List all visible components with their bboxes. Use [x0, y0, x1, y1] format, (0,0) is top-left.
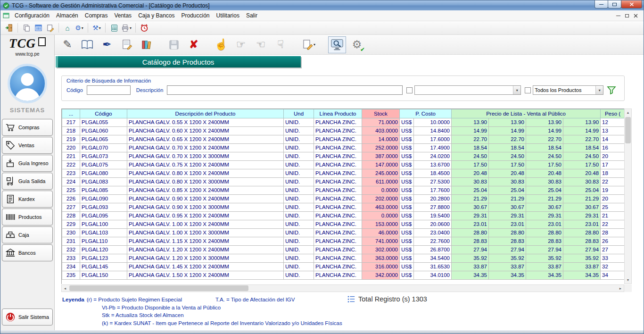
menu-item-utilitarios[interactable]: Utilitarios — [213, 11, 243, 20]
nav-prev-button[interactable]: ☜ — [252, 36, 270, 53]
exit-app-button[interactable] — [3, 22, 15, 33]
table-row[interactable]: 225PLGAL085PLANCHA GALV. 0.85 X 1200 X 2… — [62, 186, 625, 195]
horizontal-scrollbar[interactable]: ◄ ► — [61, 284, 624, 292]
scroll-left-button[interactable]: ◄ — [62, 285, 68, 292]
sidebar-item-guia-salida[interactable]: Guía Salida — [2, 173, 53, 190]
cell-stock: 14.0000 — [362, 135, 400, 144]
cell-peso: 17 — [601, 161, 624, 169]
home-button[interactable]: ⌂ — [62, 22, 73, 33]
header-descripcion[interactable]: Descripción del Producto — [127, 109, 284, 118]
header-linea[interactable]: Línea Producto — [314, 109, 362, 118]
sidebar-item-ventas[interactable]: Ventas — [2, 137, 53, 154]
table-row[interactable]: 227PLGAL093PLANCHA GALV. 0.90 X 1200 X 3… — [62, 203, 625, 212]
menu-item-configuracion[interactable]: Configuración — [11, 11, 53, 20]
copy-window-button[interactable] — [21, 22, 32, 33]
header-costo[interactable]: P. Costo — [400, 109, 452, 118]
nav-next-button[interactable]: ☞ — [232, 36, 250, 53]
sidebar-item-caja[interactable]: Caja — [2, 226, 53, 243]
products-filter-combo[interactable]: Todos los Productos ▾ — [533, 85, 603, 95]
sign-document-button[interactable]: ✒ — [98, 36, 116, 53]
catalog-books-button[interactable] — [138, 36, 156, 53]
vertical-scrollbar[interactable]: ▲ ▼ — [624, 109, 632, 284]
preview-button[interactable] — [328, 36, 346, 53]
nav-last-button[interactable]: ☟ — [272, 36, 289, 53]
close-button[interactable] — [621, 0, 642, 8]
menu-item-almacen[interactable]: Almacén — [53, 11, 82, 20]
export-button[interactable]: ▾ — [300, 36, 318, 53]
sidebar-item-compras[interactable]: Compras — [2, 119, 53, 136]
scroll-right-button[interactable]: ► — [617, 285, 624, 292]
table-row[interactable]: 226PLGAL090PLANCHA GALV. 0.90 X 1200 X 2… — [62, 195, 625, 203]
table-row[interactable]: 228PLGAL095PLANCHA GALV. 0.95 X 1200 X 2… — [62, 212, 625, 220]
nav-first-button[interactable]: ☝ — [212, 36, 230, 53]
save-button[interactable] — [165, 36, 183, 53]
menu-item-compras[interactable]: Compras — [82, 11, 111, 20]
sidebar-item-productos[interactable]: Productos — [2, 209, 53, 225]
scroll-down-button[interactable]: ▼ — [625, 276, 631, 284]
tools-button[interactable]: ⚒▾ — [91, 22, 102, 33]
descripcion-input[interactable] — [167, 85, 403, 95]
delete-button[interactable]: ✘ — [185, 36, 203, 53]
table-row[interactable]: 222PLGAL075PLANCHA GALV. 0.75 X 1200 X 2… — [62, 161, 625, 169]
sidebar-item-guia-ingreso[interactable]: Guía Ingreso — [2, 155, 53, 172]
menu-item-ventas[interactable]: Ventas — [111, 11, 135, 20]
header-precio-lista[interactable]: Precio de Lista - Venta al Público — [452, 109, 601, 118]
header-stock[interactable]: Stock — [362, 109, 400, 118]
print-button[interactable]: ▾ — [120, 22, 132, 33]
header-rownum[interactable]: ... — [62, 109, 80, 118]
vertical-scroll-thumb[interactable] — [625, 117, 631, 143]
chevron-down-icon[interactable]: ▾ — [513, 86, 520, 94]
cell-precio-1: 17.50 — [452, 161, 489, 169]
table-row[interactable]: 231PLGAL110PLANCHA GALV. 1.15 X 1200 X 2… — [62, 237, 625, 246]
settings-button[interactable]: ⚙▾ — [74, 22, 85, 33]
filter-funnel-icon[interactable] — [607, 85, 616, 95]
process-button[interactable]: ⚙ ✔ — [348, 36, 366, 53]
menu-item-caja-y-bancos[interactable]: Caja y Bancos — [135, 11, 178, 20]
header-codigo[interactable]: Código — [80, 109, 127, 118]
menu-item-produccion[interactable]: Producción — [178, 11, 213, 20]
windows-button[interactable] — [33, 22, 44, 33]
line-filter-checkbox[interactable] — [406, 87, 413, 93]
table-row[interactable]: 217PLGAL055PLANCHA GALV. 0.55 X 1200 X 2… — [62, 118, 625, 127]
table-row[interactable]: 233PLGAL123PLANCHA GALV. 1.20 X 1200 X 3… — [62, 254, 625, 263]
maximize-button[interactable] — [608, 0, 621, 8]
edit-product-button[interactable]: ✎ — [58, 36, 76, 53]
products-filter-checkbox[interactable] — [525, 87, 531, 93]
table-row[interactable]: 235PLGAL150PLANCHA GALV. 1.50 X 1200 X 2… — [62, 271, 625, 280]
calculator-button[interactable] — [108, 22, 120, 33]
header-peso[interactable]: Peso ( — [601, 109, 624, 118]
chevron-down-icon[interactable]: ▾ — [595, 86, 603, 94]
table-row[interactable]: 223PLGAL080PLANCHA GALV. 0.80 X 1200 X 2… — [62, 169, 625, 178]
sidebar-item-kardex[interactable]: Kardex — [2, 191, 53, 208]
website-link[interactable]: www.tcg.pe — [15, 51, 39, 57]
table-row[interactable]: 230PLGAL103PLANCHA GALV. 1.00 X 1200 X 3… — [62, 229, 625, 237]
table-row[interactable]: 224PLGAL083PLANCHA GALV. 0.80 X 1200 X 3… — [62, 178, 625, 186]
mdi-minimize-button[interactable]: — — [616, 13, 620, 18]
minimize-button[interactable]: — — [594, 0, 608, 8]
codigo-input[interactable] — [87, 85, 131, 95]
cell-codigo: PLGAL075 — [80, 161, 127, 169]
mdi-restore-button[interactable] — [625, 14, 629, 17]
line-filter-combo[interactable]: ▾ — [414, 85, 521, 95]
notes-button[interactable] — [118, 36, 136, 53]
cell-peso: 21 — [601, 212, 624, 220]
sidebar-item-bancos[interactable]: Bancos — [2, 244, 53, 261]
table-row[interactable]: 221PLGAL073PLANCHA GALV. 0.70 X 1200 X 3… — [62, 152, 625, 161]
table-row[interactable]: 219PLGAL065PLANCHA GALV. 0.65 X 1200 X 2… — [62, 135, 625, 144]
header-und[interactable]: Und — [284, 109, 314, 118]
exit-system-button[interactable]: Salir Sistema — [2, 309, 53, 326]
table-row[interactable]: 232PLGAL120PLANCHA GALV. 1.20 X 1200 X 2… — [62, 246, 625, 254]
cell-precio-1: 27.94 — [452, 246, 489, 254]
table-row[interactable]: 220PLGAL070PLANCHA GALV. 0.70 X 1200 X 2… — [62, 144, 625, 152]
open-catalog-button[interactable] — [78, 36, 96, 53]
menu-item-salir[interactable]: Salir — [243, 11, 261, 20]
horizontal-scroll-thumb[interactable] — [69, 285, 248, 291]
scroll-up-button[interactable]: ▲ — [625, 109, 631, 116]
edit-page-button[interactable] — [44, 22, 56, 33]
cell-precio-4: 33.87 — [563, 263, 601, 271]
mdi-close-button[interactable] — [634, 14, 638, 18]
table-row[interactable]: 218PLGAL060PLANCHA GALV. 0.60 X 1200 X 2… — [62, 127, 625, 135]
table-row[interactable]: 229PLGAL100PLANCHA GALV. 1.00 X 1200 X 2… — [62, 220, 625, 229]
timer-button[interactable] — [139, 22, 150, 33]
table-row[interactable]: 234PLGAL145PLANCHA GALV. 1.45 X 1200 X 2… — [62, 263, 625, 271]
